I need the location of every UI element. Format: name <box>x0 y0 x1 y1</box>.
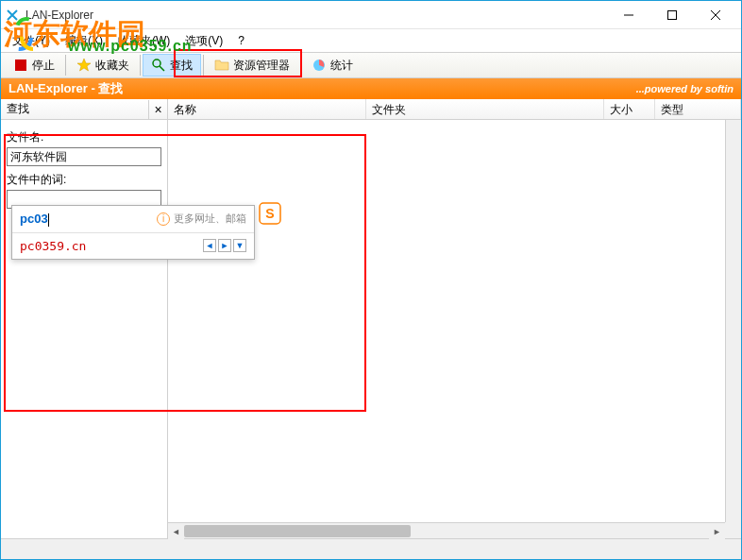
info-icon: i <box>157 212 170 226</box>
ime-popup: pc03 i 更多网址、邮箱 pc0359.cn ◄ ► ▼ <box>11 205 255 260</box>
favorites-label: 收藏夹 <box>95 58 129 74</box>
menu-options[interactable]: 选项(V) <box>177 31 230 51</box>
watermark-logo <box>6 17 47 62</box>
window-controls <box>607 1 737 29</box>
ime-suggestion-row: pc0359.cn ◄ ► ▼ <box>12 233 254 259</box>
scroll-left-button[interactable]: ◄ <box>168 523 184 539</box>
statistics-button[interactable]: 统计 <box>303 54 362 76</box>
ime-next-button[interactable]: ► <box>218 239 231 252</box>
close-button[interactable] <box>694 1 737 29</box>
horizontal-scrollbar[interactable]: ◄ ► <box>168 522 725 538</box>
minimize-button[interactable] <box>607 1 650 29</box>
sidebar-header-label: 查找 <box>1 101 148 117</box>
content-area: 查找 × 文件名: 文件中的词: 名称 文件夹 大小 类型 ◄ <box>1 99 741 538</box>
powered-by: ...powered by softin <box>636 83 734 94</box>
star-icon <box>76 58 92 73</box>
filename-label: 文件名: <box>7 129 161 145</box>
toolbar-separator <box>300 55 301 76</box>
ime-dropdown-button[interactable]: ▼ <box>233 239 246 252</box>
sogou-ime-badge: S <box>259 202 281 225</box>
scroll-right-button[interactable]: ► <box>709 523 725 539</box>
folder-icon <box>214 58 229 73</box>
menu-edit[interactable]: 编辑(X) <box>58 31 110 51</box>
col-name[interactable]: 名称 <box>168 99 366 119</box>
menu-help[interactable]: ? <box>230 32 252 49</box>
favorites-button[interactable]: 收藏夹 <box>68 54 138 76</box>
scrollbar-corner <box>725 522 741 538</box>
header-strip: LAN-Explorer - 查找 ...powered by softin <box>1 78 741 99</box>
scrollbar-thumb[interactable] <box>184 525 411 537</box>
ime-prev-button[interactable]: ◄ <box>203 239 216 252</box>
titlebar: LAN-Explorer <box>1 1 741 29</box>
col-folder[interactable]: 文件夹 <box>366 99 604 119</box>
minimize-icon <box>624 10 633 20</box>
search-button[interactable]: 查找 <box>143 54 201 76</box>
search-sidebar: 查找 × 文件名: 文件中的词: <box>1 99 168 538</box>
menubar: 文件(Y) 编辑(X) 收藏夹(W) 选项(V) ? <box>1 29 741 52</box>
powered-prefix: ...powered by <box>636 83 705 94</box>
statusbar <box>1 538 741 559</box>
svg-text:S: S <box>265 206 274 221</box>
powered-brand: softin <box>705 83 734 94</box>
app-window: LAN-Explorer 文件(Y) 编辑(X) 收藏夹(W) 选项(V) ? … <box>0 0 742 560</box>
search-icon <box>151 58 166 73</box>
toolbar: 停止 收藏夹 查找 资源管理器 统计 <box>1 52 741 78</box>
maximize-button[interactable] <box>650 1 694 29</box>
toolbar-separator <box>65 55 66 76</box>
maximize-icon <box>667 10 677 20</box>
main-panel: 名称 文件夹 大小 类型 ◄ ► <box>168 99 741 538</box>
svg-rect-0 <box>668 10 677 19</box>
filename-input[interactable] <box>7 147 161 166</box>
svg-point-2 <box>153 59 160 67</box>
header-strip-title: LAN-Explorer - 查找 <box>8 80 636 97</box>
window-title: LAN-Explorer <box>25 8 607 22</box>
resource-manager-label: 资源管理器 <box>233 58 290 74</box>
toolbar-separator <box>140 55 141 76</box>
close-icon <box>711 10 720 20</box>
toolbar-separator <box>203 55 204 76</box>
search-label: 查找 <box>170 58 193 74</box>
chart-icon <box>312 58 327 73</box>
statistics-label: 统计 <box>330 58 353 74</box>
ime-hint[interactable]: i 更多网址、邮箱 <box>157 212 246 226</box>
ime-hint-text: 更多网址、邮箱 <box>174 212 246 226</box>
results-area: ◄ ► <box>168 120 741 538</box>
sidebar-close-button[interactable]: × <box>148 100 167 119</box>
col-type[interactable]: 类型 <box>655 99 741 119</box>
svg-point-8 <box>14 17 39 41</box>
sidebar-header: 查找 × <box>1 99 167 120</box>
column-headers: 名称 文件夹 大小 类型 <box>168 99 741 120</box>
ime-input-text: pc03 <box>20 212 157 227</box>
ime-input-row: pc03 i 更多网址、邮箱 <box>12 206 254 233</box>
ime-nav: ◄ ► ▼ <box>203 239 246 252</box>
ime-suggestion[interactable]: pc0359.cn <box>20 239 203 253</box>
col-size[interactable]: 大小 <box>604 99 655 119</box>
words-label: 文件中的词: <box>7 172 161 188</box>
vertical-scrollbar[interactable] <box>725 120 741 522</box>
menu-favorites[interactable]: 收藏夹(W) <box>110 31 177 51</box>
resource-manager-button[interactable]: 资源管理器 <box>206 54 298 76</box>
